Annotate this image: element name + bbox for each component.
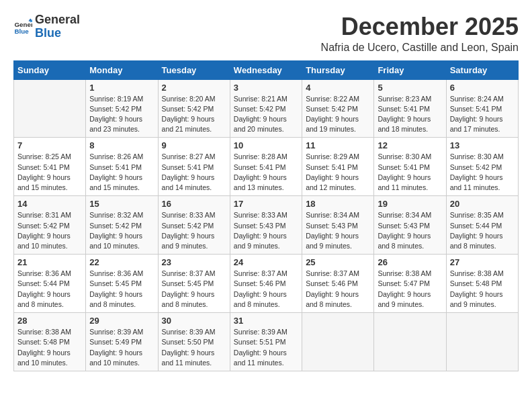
header-day-wednesday: Wednesday (230, 60, 302, 79)
day-number: 13 (450, 140, 515, 150)
calendar-week-1: 1Sunrise: 8:19 AM Sunset: 5:42 PM Daylig… (14, 79, 519, 138)
day-number: 22 (89, 257, 154, 267)
calendar-cell: 3Sunrise: 8:21 AM Sunset: 5:42 PM Daylig… (230, 79, 302, 138)
day-number: 31 (234, 316, 298, 326)
title-area: December 2025 Nafria de Ucero, Castille … (321, 13, 519, 54)
header-day-monday: Monday (86, 60, 158, 79)
logo-blue-text: Blue (35, 27, 80, 40)
calendar-cell: 21Sunrise: 8:36 AM Sunset: 5:44 PM Dayli… (14, 255, 86, 313)
day-number: 23 (162, 257, 226, 267)
svg-text:Blue: Blue (14, 28, 29, 35)
day-info: Sunrise: 8:19 AM Sunset: 5:42 PM Dayligh… (89, 94, 154, 135)
logo-icon: General Blue (13, 17, 32, 36)
day-info: Sunrise: 8:35 AM Sunset: 5:44 PM Dayligh… (450, 210, 515, 251)
calendar-cell: 14Sunrise: 8:31 AM Sunset: 5:42 PM Dayli… (14, 196, 86, 255)
day-info: Sunrise: 8:38 AM Sunset: 5:48 PM Dayligh… (17, 327, 82, 368)
day-number: 15 (89, 199, 154, 209)
calendar-cell (302, 313, 374, 371)
day-info: Sunrise: 8:32 AM Sunset: 5:42 PM Dayligh… (89, 210, 154, 251)
calendar-week-5: 28Sunrise: 8:38 AM Sunset: 5:48 PM Dayli… (14, 313, 519, 371)
calendar-week-4: 21Sunrise: 8:36 AM Sunset: 5:44 PM Dayli… (14, 255, 519, 313)
day-info: Sunrise: 8:22 AM Sunset: 5:42 PM Dayligh… (306, 94, 370, 135)
calendar-cell: 10Sunrise: 8:28 AM Sunset: 5:41 PM Dayli… (230, 138, 302, 196)
calendar-cell: 26Sunrise: 8:38 AM Sunset: 5:47 PM Dayli… (374, 255, 446, 313)
day-info: Sunrise: 8:26 AM Sunset: 5:41 PM Dayligh… (89, 152, 154, 193)
day-number: 8 (89, 140, 154, 150)
day-number: 25 (306, 257, 370, 267)
day-number: 19 (378, 199, 442, 209)
day-info: Sunrise: 8:33 AM Sunset: 5:43 PM Dayligh… (234, 210, 298, 251)
day-number: 3 (234, 83, 298, 93)
calendar-cell: 12Sunrise: 8:30 AM Sunset: 5:41 PM Dayli… (374, 138, 446, 196)
day-info: Sunrise: 8:28 AM Sunset: 5:41 PM Dayligh… (234, 152, 298, 193)
day-number: 4 (306, 83, 370, 93)
calendar-cell: 31Sunrise: 8:39 AM Sunset: 5:51 PM Dayli… (230, 313, 302, 371)
day-info: Sunrise: 8:34 AM Sunset: 5:43 PM Dayligh… (378, 210, 442, 251)
header-day-thursday: Thursday (302, 60, 374, 79)
calendar-week-2: 7Sunrise: 8:25 AM Sunset: 5:41 PM Daylig… (14, 138, 519, 196)
day-number: 5 (378, 83, 442, 93)
day-info: Sunrise: 8:21 AM Sunset: 5:42 PM Dayligh… (234, 94, 298, 135)
day-info: Sunrise: 8:36 AM Sunset: 5:45 PM Dayligh… (89, 269, 154, 310)
calendar-cell: 8Sunrise: 8:26 AM Sunset: 5:41 PM Daylig… (86, 138, 158, 196)
calendar-cell: 18Sunrise: 8:34 AM Sunset: 5:43 PM Dayli… (302, 196, 374, 255)
day-info: Sunrise: 8:39 AM Sunset: 5:49 PM Dayligh… (89, 327, 154, 368)
day-info: Sunrise: 8:25 AM Sunset: 5:41 PM Dayligh… (17, 152, 82, 193)
logo-general-text: General (35, 13, 80, 27)
day-number: 6 (450, 83, 515, 93)
header: General Blue General Blue December 2025 … (13, 13, 519, 54)
day-info: Sunrise: 8:36 AM Sunset: 5:44 PM Dayligh… (17, 269, 82, 310)
day-number: 26 (378, 257, 442, 267)
header-day-friday: Friday (374, 60, 446, 79)
day-info: Sunrise: 8:27 AM Sunset: 5:41 PM Dayligh… (162, 152, 226, 193)
day-info: Sunrise: 8:38 AM Sunset: 5:48 PM Dayligh… (450, 269, 515, 310)
day-info: Sunrise: 8:24 AM Sunset: 5:41 PM Dayligh… (450, 94, 515, 135)
calendar-week-3: 14Sunrise: 8:31 AM Sunset: 5:42 PM Dayli… (14, 196, 519, 255)
calendar-cell: 15Sunrise: 8:32 AM Sunset: 5:42 PM Dayli… (86, 196, 158, 255)
day-number: 16 (162, 199, 226, 209)
day-number: 11 (306, 140, 370, 150)
calendar-cell: 16Sunrise: 8:33 AM Sunset: 5:42 PM Dayli… (158, 196, 230, 255)
day-number: 7 (17, 140, 82, 150)
calendar-header-row: SundayMondayTuesdayWednesdayThursdayFrid… (14, 60, 519, 79)
calendar-cell: 17Sunrise: 8:33 AM Sunset: 5:43 PM Dayli… (230, 196, 302, 255)
day-number: 20 (450, 199, 515, 209)
day-number: 12 (378, 140, 442, 150)
logo: General Blue General Blue (13, 13, 80, 40)
day-number: 1 (89, 83, 154, 93)
calendar-cell: 13Sunrise: 8:30 AM Sunset: 5:42 PM Dayli… (446, 138, 518, 196)
calendar-cell (446, 313, 518, 371)
calendar-cell: 4Sunrise: 8:22 AM Sunset: 5:42 PM Daylig… (302, 79, 374, 138)
day-info: Sunrise: 8:30 AM Sunset: 5:41 PM Dayligh… (378, 152, 442, 193)
calendar-cell: 5Sunrise: 8:23 AM Sunset: 5:41 PM Daylig… (374, 79, 446, 138)
day-info: Sunrise: 8:23 AM Sunset: 5:41 PM Dayligh… (378, 94, 442, 135)
day-info: Sunrise: 8:37 AM Sunset: 5:46 PM Dayligh… (234, 269, 298, 310)
day-info: Sunrise: 8:37 AM Sunset: 5:45 PM Dayligh… (162, 269, 226, 310)
calendar-cell: 7Sunrise: 8:25 AM Sunset: 5:41 PM Daylig… (14, 138, 86, 196)
day-number: 24 (234, 257, 298, 267)
calendar-body: 1Sunrise: 8:19 AM Sunset: 5:42 PM Daylig… (14, 79, 519, 371)
day-info: Sunrise: 8:39 AM Sunset: 5:51 PM Dayligh… (234, 327, 298, 368)
header-day-sunday: Sunday (14, 60, 86, 79)
calendar-cell: 25Sunrise: 8:37 AM Sunset: 5:46 PM Dayli… (302, 255, 374, 313)
day-number: 14 (17, 199, 82, 209)
day-info: Sunrise: 8:29 AM Sunset: 5:41 PM Dayligh… (306, 152, 370, 193)
calendar-cell: 2Sunrise: 8:20 AM Sunset: 5:42 PM Daylig… (158, 79, 230, 138)
day-number: 29 (89, 316, 154, 326)
calendar-cell (374, 313, 446, 371)
day-number: 10 (234, 140, 298, 150)
day-info: Sunrise: 8:30 AM Sunset: 5:42 PM Dayligh… (450, 152, 515, 193)
day-number: 27 (450, 257, 515, 267)
calendar-table: SundayMondayTuesdayWednesdayThursdayFrid… (13, 60, 519, 371)
calendar-cell: 19Sunrise: 8:34 AM Sunset: 5:43 PM Dayli… (374, 196, 446, 255)
day-info: Sunrise: 8:31 AM Sunset: 5:42 PM Dayligh… (17, 210, 82, 251)
day-info: Sunrise: 8:37 AM Sunset: 5:46 PM Dayligh… (306, 269, 370, 310)
day-info: Sunrise: 8:20 AM Sunset: 5:42 PM Dayligh… (162, 94, 226, 135)
calendar-cell: 20Sunrise: 8:35 AM Sunset: 5:44 PM Dayli… (446, 196, 518, 255)
calendar-cell: 30Sunrise: 8:39 AM Sunset: 5:50 PM Dayli… (158, 313, 230, 371)
month-title: December 2025 (321, 13, 519, 40)
day-number: 17 (234, 199, 298, 209)
day-info: Sunrise: 8:33 AM Sunset: 5:42 PM Dayligh… (162, 210, 226, 251)
day-number: 18 (306, 199, 370, 209)
day-number: 2 (162, 83, 226, 93)
